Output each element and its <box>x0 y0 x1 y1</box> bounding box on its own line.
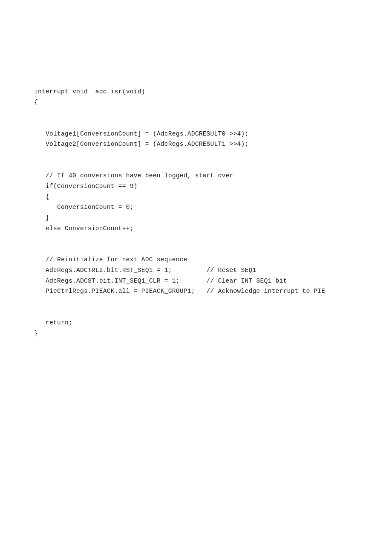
code-line-21: AdcRegs.ADCST.bit.INT_SEQ1_CLR = 1; // C… <box>34 276 366 286</box>
code-line-20: AdcRegs.ADCTRL2.bit.RST_SEQ1 = 1; // Res… <box>34 265 366 276</box>
code-line-2 <box>34 76 366 87</box>
code-line-15: } <box>34 213 366 223</box>
code-line-0 <box>34 55 366 66</box>
code-line-23 <box>34 297 366 307</box>
code-line-22: PieCtrlRegs.PIEACK.all = PIEACK_GROUP1; … <box>34 286 366 297</box>
code-line-24 <box>34 307 366 318</box>
code-line-16: else ConversionCount++; <box>34 223 366 234</box>
code-line-27 <box>34 339 366 350</box>
code-line-18 <box>34 244 366 255</box>
code-line-5 <box>34 107 366 118</box>
code-line-25: return; <box>34 318 366 328</box>
code-line-17 <box>34 234 366 244</box>
code-line-4: { <box>34 97 366 108</box>
code-line-1 <box>34 66 366 76</box>
code-line-7: Voltage1[ConversionCount] = (AdcRegs.ADC… <box>34 129 366 139</box>
code-line-12: if(ConversionCount == 9) <box>34 181 366 192</box>
code-line-13: { <box>34 192 366 202</box>
code-line-10 <box>34 160 366 171</box>
code-line-3: interrupt void adc_isr(void) <box>34 87 366 97</box>
code-block: interrupt void adc_isr(void){ Voltage1[C… <box>0 0 392 394</box>
code-line-14: ConversionCount = 0; <box>34 202 366 213</box>
code-line-19: // Reinitialize for next ADC sequence <box>34 254 366 265</box>
code-line-11: // If 40 conversions have been logged, s… <box>34 171 366 181</box>
code-line-8: Voltage2[ConversionCount] = (AdcRegs.ADC… <box>34 139 366 150</box>
code-line-9 <box>34 150 366 160</box>
code-line-26: } <box>34 328 366 339</box>
code-line-6 <box>34 118 366 129</box>
